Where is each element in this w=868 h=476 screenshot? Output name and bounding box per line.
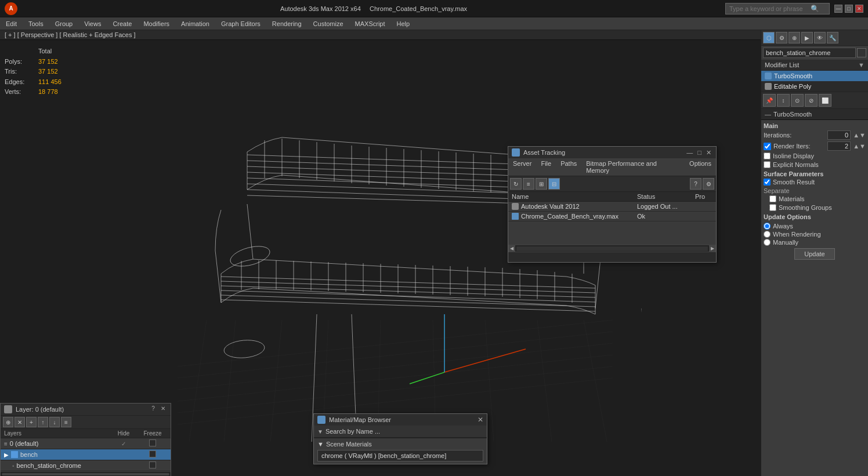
maximize-button[interactable]: □ <box>845 5 853 13</box>
layer-new-button[interactable]: ⊕ <box>3 417 13 427</box>
at-menu-bitmap[interactable]: Bitmap Performance and Memory <box>581 158 685 176</box>
menu-graph-editors[interactable]: Graph Editors <box>215 17 266 30</box>
mb-titlebar[interactable]: Material/Map Browser ✕ <box>314 414 487 426</box>
at-scroll-left[interactable]: ◀ <box>508 245 515 252</box>
menu-tools[interactable]: Tools <box>23 17 49 30</box>
ts-materials-checkbox[interactable] <box>769 195 776 202</box>
ts-render-iters-checkbox[interactable] <box>764 143 771 150</box>
layer-delete-button[interactable]: ✕ <box>15 417 25 427</box>
menu-edit[interactable]: Edit <box>0 17 23 30</box>
ts-iterations-spinner[interactable]: ▲▼ <box>853 132 866 139</box>
obj-name-input[interactable] <box>763 48 856 58</box>
ts-render-iters-input[interactable] <box>827 141 851 151</box>
rp-utilities-button[interactable]: 🔧 <box>827 32 838 43</box>
menu-modifiers[interactable]: Modifiers <box>138 17 175 30</box>
layer-add-button[interactable]: + <box>26 417 37 427</box>
ts-isoline-checkbox[interactable] <box>764 152 771 159</box>
ts-explicit-normals-checkbox[interactable] <box>764 161 771 168</box>
layer-panel-close[interactable]: ✕ <box>159 405 167 413</box>
ts-title-text: TurboSmooth <box>773 111 812 118</box>
viewport-label: [ + ] [ Perspective ] [ Realistic + Edge… <box>0 30 761 40</box>
mb-material-item[interactable]: chrome ( VRayMtl ) [bench_station_chrome… <box>317 450 483 462</box>
layer-freeze-chrome <box>138 462 167 470</box>
ts-always-radio[interactable] <box>764 223 771 230</box>
at-menu-paths[interactable]: Paths <box>556 158 581 176</box>
menu-help[interactable]: Help <box>391 17 416 30</box>
mod-pin-button[interactable]: 📌 <box>763 94 776 107</box>
ts-render-iters-spinner[interactable]: ▲▼ <box>853 143 866 150</box>
at-scroll-right[interactable]: ▶ <box>709 245 716 252</box>
viewport[interactable]: [ + ] [ Perspective ] [ Realistic + Edge… <box>0 30 761 476</box>
mod-move-button[interactable]: ↕ <box>777 94 790 107</box>
at-help-button[interactable]: ? <box>690 178 701 190</box>
ts-iterations-input[interactable] <box>827 130 851 140</box>
rp-display-button[interactable]: 👁 <box>814 32 826 43</box>
layer-item-bench[interactable]: ▶ bench <box>1 449 171 460</box>
layer-scrollbar[interactable] <box>1 471 171 476</box>
at-settings-button[interactable]: ⚙ <box>703 178 714 190</box>
layer-item-chrome[interactable]: ◦ bench_station_chrome <box>1 460 171 471</box>
ts-render-iters-row: Render Iters: ▲▼ <box>764 141 866 151</box>
at-scroll-track[interactable] <box>516 246 708 251</box>
at-row-vault[interactable]: Autodesk Vault 2012 Logged Out ... <box>508 202 716 212</box>
rp-hierarchy-button[interactable]: ⊕ <box>789 32 800 43</box>
menu-customize[interactable]: Customize <box>308 17 349 30</box>
menu-group[interactable]: Group <box>49 17 79 30</box>
svg-line-6 <box>189 320 207 442</box>
layer-panel-question[interactable]: ? <box>149 405 157 413</box>
at-menu-server[interactable]: Server <box>508 158 536 176</box>
menu-create[interactable]: Create <box>107 17 138 30</box>
layer-panel-header: Layer: 0 (default) ? ✕ <box>1 404 171 416</box>
at-scrollbar-horizontal[interactable]: ◀ ▶ <box>508 245 716 252</box>
rp-modify-button[interactable]: ⚙ <box>776 32 787 43</box>
at-vault-name: Autodesk Vault 2012 <box>521 203 637 210</box>
menu-rendering[interactable]: Rendering <box>266 17 308 30</box>
modifier-turbosmooth[interactable]: TurboSmooth <box>761 71 868 81</box>
at-table-button[interactable]: ⊟ <box>548 178 560 190</box>
modifier-list-arrow[interactable]: ▼ <box>858 61 865 68</box>
mb-close-button[interactable]: ✕ <box>478 416 483 424</box>
menu-maxscript[interactable]: MAXScript <box>349 17 391 30</box>
at-list-button[interactable]: ≡ <box>523 178 534 190</box>
mb-search-label[interactable]: Search by Name ... <box>326 428 483 435</box>
ts-smoothing-groups-checkbox[interactable] <box>769 204 776 211</box>
close-button[interactable]: ✕ <box>855 5 863 13</box>
mod-vertex-button[interactable]: ⊙ <box>791 94 804 107</box>
at-minimize-button[interactable]: — <box>685 149 694 157</box>
layer-move-button[interactable]: ↓ <box>49 417 60 427</box>
obj-color-swatch[interactable] <box>857 48 866 57</box>
mod-face-button[interactable]: ⬜ <box>819 94 831 107</box>
ts-isoline-label: Isoline Display <box>773 152 814 159</box>
ts-manually-radio[interactable] <box>764 239 771 246</box>
at-refresh-button[interactable]: ↻ <box>510 178 522 190</box>
layer-panel-buttons: ? ✕ <box>149 405 167 413</box>
rp-create-button[interactable]: ⬡ <box>763 32 775 43</box>
rp-motion-button[interactable]: ▶ <box>801 32 813 43</box>
at-row-file[interactable]: Chrome_Coated_Bench_vray.max Ok <box>508 212 716 221</box>
mod-edge-button[interactable]: ⊘ <box>805 94 818 107</box>
minimize-button[interactable]: — <box>834 5 842 13</box>
modifier-list-header[interactable]: Modifier List ▼ <box>761 60 868 71</box>
search-input[interactable] <box>729 5 811 12</box>
at-close-button[interactable]: ✕ <box>705 149 713 157</box>
at-file-icon <box>512 213 519 220</box>
modifier-editable-poly[interactable]: Editable Poly <box>761 81 868 92</box>
menu-views[interactable]: Views <box>78 17 107 30</box>
menu-animation[interactable]: Animation <box>175 17 215 30</box>
ts-update-button[interactable]: Update <box>794 248 834 260</box>
at-menu-options[interactable]: Options <box>685 158 716 176</box>
ts-smooth-result-checkbox[interactable] <box>764 179 771 186</box>
svg-line-2 <box>178 343 613 390</box>
ts-when-rendering-radio[interactable] <box>764 231 771 238</box>
search-box[interactable]: 🔍 <box>725 3 830 14</box>
layer-color-bench <box>11 451 18 458</box>
at-menu-file[interactable]: File <box>536 158 556 176</box>
layer-item-default[interactable]: ≡ 0 (default) ✓ <box>1 438 171 449</box>
layer-options-button[interactable]: ≡ <box>61 417 71 427</box>
at-toolbar-right: ? ⚙ <box>690 178 714 190</box>
at-maximize-button[interactable]: □ <box>696 149 703 157</box>
ts-collapse-button[interactable]: — <box>765 111 771 118</box>
layer-select-button[interactable]: ↑ <box>38 417 48 427</box>
layer-scroll-track[interactable] <box>2 473 169 475</box>
at-grid-button[interactable]: ⊞ <box>536 178 547 190</box>
